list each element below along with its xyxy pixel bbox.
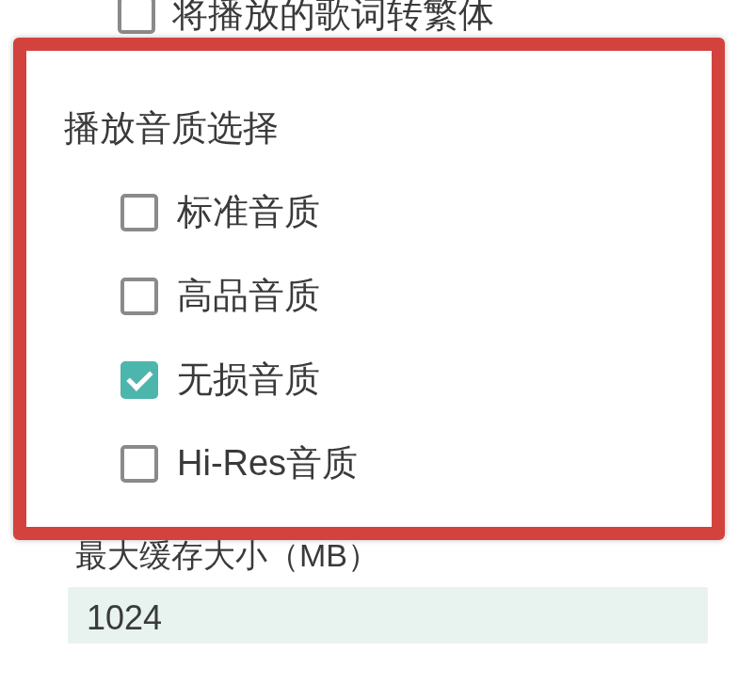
quality-section: 播放音质选择 标准音质 高品音质 无损音质 Hi-Res音质 <box>0 39 738 487</box>
checkbox-icon <box>120 278 158 315</box>
quality-option-label: 高品音质 <box>177 272 320 320</box>
cache-label: 最大缓存大小（MB） <box>75 534 738 578</box>
section-title: 播放音质选择 <box>64 104 738 152</box>
quality-option-label: 标准音质 <box>177 188 320 236</box>
cache-section: 最大缓存大小（MB） 1024 <box>0 534 738 644</box>
quality-option-label: 无损音质 <box>177 356 320 404</box>
lyrics-traditional-row[interactable]: 将播放的歌词转繁体 <box>0 0 738 39</box>
checkbox-icon <box>120 194 158 231</box>
quality-option-lossless[interactable]: 无损音质 <box>64 356 738 404</box>
cache-value: 1024 <box>87 598 689 638</box>
quality-option-standard[interactable]: 标准音质 <box>64 188 738 236</box>
checkbox-icon <box>120 361 158 399</box>
checkbox-icon <box>120 445 158 483</box>
quality-option-hires[interactable]: Hi-Res音质 <box>64 439 738 487</box>
lyrics-traditional-label: 将播放的歌词转繁体 <box>172 0 494 39</box>
quality-option-label: Hi-Res音质 <box>177 439 358 487</box>
checkbox-icon <box>118 0 155 34</box>
cache-input[interactable]: 1024 <box>68 587 708 644</box>
quality-option-high[interactable]: 高品音质 <box>64 272 738 320</box>
